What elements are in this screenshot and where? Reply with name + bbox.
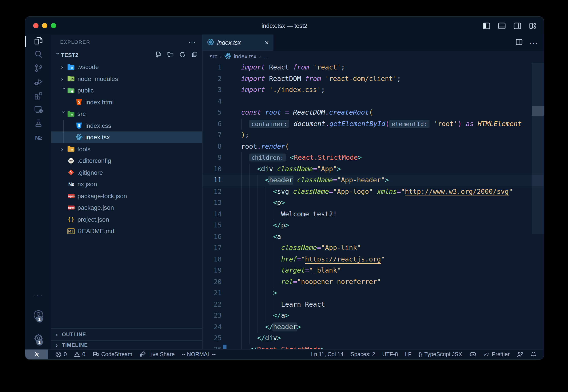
layout-customize-icon[interactable] <box>529 22 537 29</box>
code-editor[interactable]: 1import React from 'react';2import React… <box>203 62 544 349</box>
project-root-row[interactable]: › TEST2 <box>51 50 202 61</box>
tree-item-vscode[interactable]: ›×.vscode <box>51 61 202 73</box>
tree-item-index-html[interactable]: 5index.html <box>51 96 202 108</box>
code-line-18[interactable]: 18 href="https://reactjs.org" <box>203 254 544 265</box>
activity-item-accounts[interactable]: 1 <box>32 309 44 322</box>
status-indentation[interactable]: Spaces: 2 <box>351 351 375 357</box>
layout-sidebar-right-icon[interactable] <box>513 22 521 29</box>
code-line-9[interactable]: 9 children: <React.StrictMode> <box>203 152 544 164</box>
activity-item-search[interactable] <box>25 49 51 62</box>
tree-item-package-lock-json[interactable]: npmpackage-lock.json <box>51 190 202 202</box>
status-errors[interactable]: 0 <box>55 351 67 357</box>
outline-section-header[interactable]: › OUTLINE <box>51 328 202 340</box>
code-line-24[interactable]: 24 </header> <box>203 322 544 333</box>
line-content: Learn React <box>229 299 544 310</box>
breadcrumb-item-index-tsx[interactable]: index.tsx <box>224 52 257 61</box>
tree-item-package-json[interactable]: npmpackage.json <box>51 202 202 213</box>
code-line-22[interactable]: 22 Learn React <box>203 299 544 310</box>
breadcrumb-item-src[interactable]: src <box>210 53 217 60</box>
code-line-13[interactable]: 13 <p> <box>203 197 544 209</box>
code-line-14[interactable]: 14 Welcome test2! <box>203 209 544 220</box>
collapse-all-icon[interactable] <box>191 51 198 59</box>
line-content: </header> <box>229 322 544 333</box>
status-feedback[interactable] <box>517 351 523 357</box>
status-copilot[interactable] <box>469 351 476 357</box>
status-live-share[interactable]: Live Share <box>139 351 175 357</box>
tree-item-label: nx.json <box>77 181 97 188</box>
refresh-icon[interactable] <box>179 51 186 59</box>
code-line-19[interactable]: 19 target="_blank" <box>203 265 544 276</box>
status-warnings[interactable]: 0 <box>74 351 85 357</box>
word-highlight: header <box>273 323 297 331</box>
layout-sidebar-left-icon[interactable] <box>483 22 490 29</box>
line-content: <svg className="App-logo" xmlns="http://… <box>229 186 544 197</box>
activity-item-testing[interactable] <box>25 117 51 130</box>
code-line-6[interactable]: 6 container: document.getElementById(ele… <box>203 118 544 130</box>
status-encoding[interactable]: UTF-8 <box>382 351 398 357</box>
status-eol[interactable]: LF <box>405 351 411 357</box>
indent-guide <box>249 231 249 242</box>
indent-guide <box>257 175 257 186</box>
code-line-16[interactable]: 16 <a <box>203 231 544 242</box>
tree-item-editorconfig[interactable]: .editorconfig <box>51 155 202 167</box>
code-line-8[interactable]: 8root.render( <box>203 141 544 152</box>
tree-item-index-css[interactable]: 3index.css <box>51 120 202 131</box>
line-number: 26 <box>203 344 229 349</box>
zoom-button[interactable] <box>51 23 56 28</box>
close-tab-icon[interactable]: ✕ <box>264 40 269 46</box>
activity-item-settings[interactable]: 1 <box>32 332 44 346</box>
code-line-17[interactable]: 17 className="App-link" <box>203 242 544 254</box>
status-vim-mode[interactable]: -- NORMAL -- <box>182 351 216 357</box>
code-line-4[interactable]: 4 <box>203 96 544 107</box>
tree-item-tools[interactable]: ›×tools <box>51 143 202 155</box>
activity-item-nx-console[interactable]: N≥ <box>25 131 51 144</box>
code-line-11[interactable]: 11 <header className="App-header"> <box>203 175 544 186</box>
code-line-12[interactable]: 12 <svg className="App-logo" xmlns="http… <box>203 186 544 197</box>
code-line-5[interactable]: 5const root = ReactDOM.createRoot( <box>203 107 544 118</box>
code-line-1[interactable]: 1import React from 'react'; <box>203 62 544 73</box>
line-number: 19 <box>203 265 229 276</box>
code-line-23[interactable]: 23 </a> <box>203 310 544 322</box>
tree-item-gitignore[interactable]: .gitignore <box>51 167 202 178</box>
code-line-21[interactable]: 21 > <box>203 288 544 299</box>
tree-item-node_modules[interactable]: ›JSnode_modules <box>51 73 202 84</box>
tab-index-tsx[interactable]: index.tsx ✕ <box>203 35 274 51</box>
tree-item-src[interactable]: ›‹›src <box>51 108 202 120</box>
activity-item-source-control[interactable] <box>25 62 51 76</box>
code-line-25[interactable]: 25 </div> <box>203 333 544 344</box>
explorer-more-actions-icon[interactable]: ··· <box>188 39 196 46</box>
activity-item-remote-explorer[interactable] <box>25 104 51 117</box>
status-cursor-position[interactable]: Ln 11, Col 14 <box>311 351 344 357</box>
split-editor-icon[interactable] <box>516 39 522 47</box>
close-button[interactable] <box>33 23 39 28</box>
indent-guide <box>257 322 257 333</box>
layout-panel-icon[interactable] <box>498 22 506 29</box>
activity-item-more[interactable]: ··· <box>33 292 44 300</box>
new-file-icon[interactable] <box>155 51 162 59</box>
minimize-button[interactable] <box>42 23 47 28</box>
status-language-mode[interactable]: {}TypeScript JSX <box>418 351 462 357</box>
tree-item-index-tsx[interactable]: index.tsx <box>51 131 202 143</box>
breadcrumb-item-more[interactable]: … <box>263 53 269 60</box>
tree-item-public[interactable]: ›●public <box>51 84 202 96</box>
code-line-3[interactable]: 3import './index.css'; <box>203 84 544 96</box>
status-codestream[interactable]: CodeStream <box>92 351 132 357</box>
code-line-26[interactable]: 26 </React.StrictMode> <box>203 344 544 349</box>
tree-item-project-json[interactable]: { }project.json <box>51 213 202 225</box>
status-notifications[interactable] <box>530 351 537 357</box>
code-line-2[interactable]: 2import ReactDOM from 'react-dom/client'… <box>203 73 544 84</box>
activity-item-extensions[interactable] <box>25 90 51 103</box>
timeline-section-header[interactable]: › TIMELINE <box>51 340 202 349</box>
code-line-15[interactable]: 15 </p> <box>203 220 544 231</box>
more-actions-icon[interactable]: ··· <box>529 39 538 46</box>
code-line-7[interactable]: 7); <box>203 130 544 141</box>
code-line-10[interactable]: 10 <div className="App"> <box>203 164 544 175</box>
code-line-20[interactable]: 20 rel="noopener noreferrer" <box>203 276 544 288</box>
status-prettier[interactable]: ✓✓Prettier <box>483 351 510 357</box>
new-folder-icon[interactable] <box>167 51 174 59</box>
tree-item-nx-json[interactable]: N≥nx.json <box>51 178 202 190</box>
tree-item-README-md[interactable]: M↓README.md <box>51 225 202 237</box>
activity-item-explorer[interactable] <box>25 35 51 48</box>
activity-item-run-debug[interactable] <box>25 76 51 89</box>
status-remote[interactable] <box>25 350 48 359</box>
